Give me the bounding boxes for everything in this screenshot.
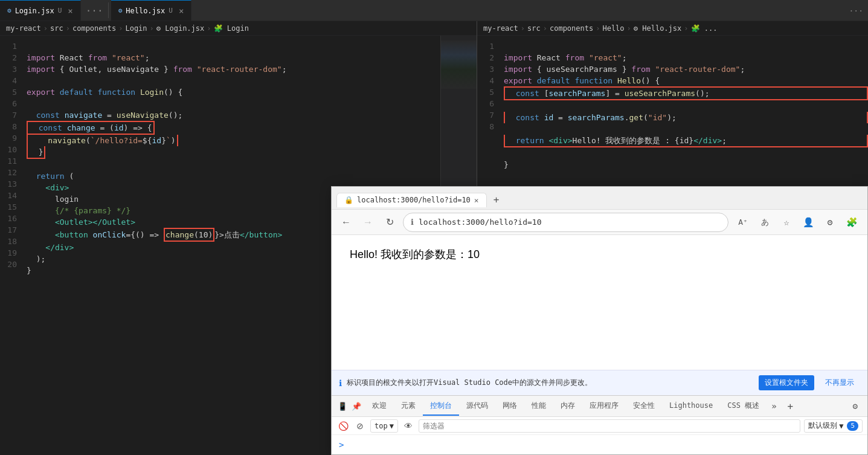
devtools-tab-performance[interactable]: 性能 [524, 397, 553, 416]
left-line-numbers: 12345 678910 1112131415 1617181920 [0, 36, 22, 455]
devtools-eye-btn[interactable]: 👁 [402, 419, 415, 433]
devtools-tab-css[interactable]: CSS 概述 [720, 397, 767, 416]
devtools-settings-btn[interactable]: ⚙ [848, 398, 863, 415]
notification-icon: ℹ [339, 378, 342, 388]
devtools-more-tabs-btn[interactable]: » [767, 398, 781, 415]
devtools-clear-btn[interactable]: 🚫 [336, 419, 350, 433]
devtools-top-arrow: ▼ [390, 422, 394, 430]
devtools-top-label: top [375, 422, 388, 430]
devtools-tab-lighthouse[interactable]: Lighthouse [662, 398, 720, 415]
notification-text: 标识项目的根文件夹以打开Visual Studio Code中的源文件并同步更改… [347, 378, 754, 388]
devtools-badge: 5 [847, 421, 858, 431]
browser-action-icons: A⁺ あ ☆ 👤 ⚙ 🧩 [733, 213, 861, 232]
browser-content-area: Hello! 我收到的参数是：10 [332, 235, 867, 370]
browser-tab-close[interactable]: × [474, 196, 479, 205]
tab-bar: ⚙ Login.jsx U × ··· ⚙ Hello.jsx U × ··· [0, 0, 868, 21]
hello-tab-modified: U [169, 7, 173, 15]
right-breadcrumb: my-react › src › components › Hello › ⚙ … [477, 21, 868, 36]
hello-tab-close[interactable]: × [179, 6, 184, 16]
devtools-tab-network[interactable]: 网络 [495, 397, 524, 416]
browser-tab-favicon: 🔒 [344, 196, 353, 204]
browser-extensions-icon[interactable]: 🧩 [842, 213, 861, 232]
browser-lock-icon: ℹ [411, 218, 414, 227]
devtools-console-toolbar: 🚫 ⊘ top ▼ 👁 默认级别 ▼ 5 [332, 417, 867, 435]
browser-new-tab-btn[interactable]: + [488, 193, 505, 207]
devtools-filter-input[interactable] [419, 419, 800, 433]
browser-forward-btn[interactable]: → [359, 214, 376, 231]
login-tab-modified: U [58, 7, 62, 15]
devtools-tab-elements[interactable]: 元素 [394, 397, 423, 416]
browser-url-text: localhost:3000/hello?id=10 [419, 218, 721, 227]
browser-tab-bar: 🔒 localhost:3000/hello?id=10 × + [332, 187, 867, 210]
devtools-tab-security[interactable]: 安全性 [626, 397, 662, 416]
devtools-level-label: 默认级别 [808, 421, 837, 431]
devtools-icons: 📱 📌 [336, 400, 362, 412]
browser-tab[interactable]: 🔒 localhost:3000/hello?id=10 × [336, 193, 487, 207]
login-tab-close[interactable]: × [68, 6, 72, 16]
devtools-tab-application[interactable]: 应用程序 [582, 397, 626, 416]
devtools-level-arrow: ▼ [839, 422, 843, 430]
browser-read-icon[interactable]: A⁺ [733, 213, 753, 232]
tab-spacer [191, 0, 844, 21]
tab-more-right[interactable]: ··· [844, 0, 868, 21]
devtools-tab-sources[interactable]: 源代码 [459, 397, 495, 416]
browser-tab-title: localhost:3000/hello?id=10 [357, 196, 471, 204]
tab-hello[interactable]: ⚙ Hello.jsx U × [111, 0, 192, 21]
devtools-console-area[interactable]: > [332, 435, 867, 454]
devtools-add-tab-btn[interactable]: + [783, 397, 799, 416]
devtools-console-prompt[interactable]: > [339, 440, 344, 450]
browser-hello-text: Hello! 我收到的参数是：10 [350, 247, 849, 262]
browser-back-btn[interactable]: ← [338, 214, 355, 231]
devtools-level-dropdown[interactable]: 默认级别 ▼ 5 [804, 419, 863, 433]
tab-login[interactable]: ⚙ Login.jsx U × [0, 0, 81, 21]
login-tab-label: Login.jsx [15, 7, 54, 15]
pane-divider [108, 2, 109, 18]
login-tab-icon: ⚙ [7, 7, 11, 15]
browser-settings-icon[interactable]: ⚙ [820, 213, 840, 232]
browser-user-icon[interactable]: 👤 [799, 213, 818, 232]
browser-url-bar[interactable]: ℹ localhost:3000/hello?id=10 [403, 213, 728, 232]
browser-translate-icon[interactable]: あ [755, 213, 774, 232]
devtools-tab-bar: 📱 📌 欢迎 元素 控制台 源代码 网络 性能 内存 应用程序 安全性 Ligh… [332, 396, 867, 417]
dismiss-notification-btn[interactable]: 不再显示 [819, 375, 860, 390]
devtools-device-icon[interactable]: 📱 [336, 400, 349, 412]
devtools-tab-console[interactable]: 控制台 [423, 397, 459, 416]
browser-refresh-btn[interactable]: ↻ [381, 214, 398, 231]
devtools-pin-icon[interactable]: 📌 [350, 400, 362, 412]
set-root-folder-btn[interactable]: 设置根文件夹 [759, 375, 814, 390]
devtools-tab-memory[interactable]: 内存 [553, 397, 582, 416]
devtools-panel: 📱 📌 欢迎 元素 控制台 源代码 网络 性能 内存 应用程序 安全性 Ligh… [332, 395, 867, 454]
left-breadcrumb: my-react › src › components › Login › ⚙ … [0, 21, 477, 36]
browser-toolbar: ← → ↻ ℹ localhost:3000/hello?id=10 A⁺ あ … [332, 210, 867, 235]
minimap-preview [441, 40, 477, 89]
tab-more-left[interactable]: ··· [81, 0, 108, 21]
devtools-tab-welcome[interactable]: 欢迎 [365, 397, 394, 416]
hello-tab-icon: ⚙ [118, 7, 123, 15]
devtools-error-btn[interactable]: ⊘ [353, 419, 367, 433]
devtools-top-dropdown[interactable]: top ▼ [370, 419, 398, 433]
browser-favorite-icon[interactable]: ☆ [777, 213, 796, 232]
browser-notification: ℹ 标识项目的根文件夹以打开Visual Studio Code中的源文件并同步… [332, 370, 867, 395]
browser-window: 🔒 localhost:3000/hello?id=10 × + ← → ↻ ℹ… [331, 186, 868, 455]
hello-tab-label: Hello.jsx [126, 7, 165, 15]
